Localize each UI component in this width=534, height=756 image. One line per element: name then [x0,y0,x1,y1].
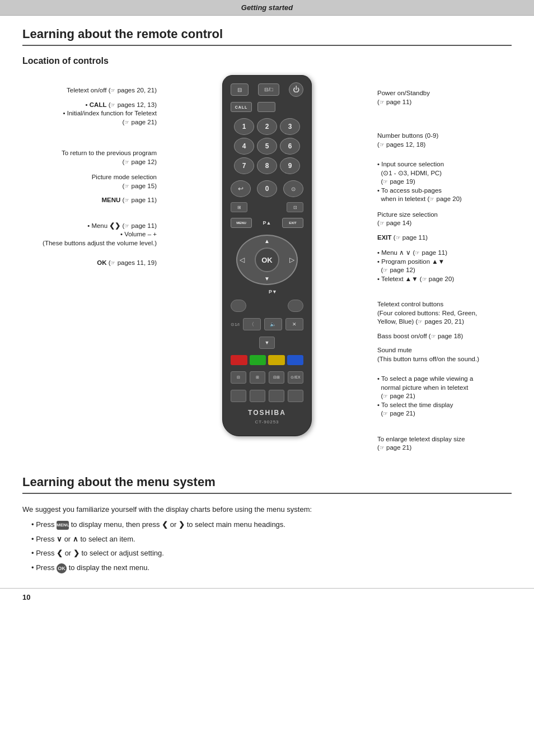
ann-power: Power on/Standby (☞ page 11) [372,89,512,106]
numpad: 1 2 3 4 5 6 7 8 9 [234,118,300,174]
icon-btn2[interactable]: ⊡ [287,202,303,212]
remote-body: ⊟ ⊟/□ ⏻ CALL [222,75,312,436]
call-row: CALL [231,102,303,112]
remote-top-row: ⊟ ⊟/□ ⏻ [231,82,303,97]
menu-bullet2: Press ∨ or ∧ to select an item. [31,534,512,545]
call-btn[interactable]: CALL [231,102,252,112]
ann-call: • CALL (☞ pages 12, 13) • Initial/index … [22,101,162,127]
blank-btn1[interactable] [257,102,275,112]
nav-left-arrow[interactable]: ◁ [240,256,245,264]
menu-bullet1: Press MENU to display menu, then press ❮… [31,519,512,530]
ann-sound-mute: Sound mute (This button turns off/on the… [372,346,512,363]
ann-exit-label: EXIT (☞ page 11) [372,234,512,242]
menu-icon: MENU [57,521,69,530]
model-label: CT-90253 [255,419,279,424]
color-btns-row [231,355,303,365]
nav-pad: ▲ ◁ OK ▷ ▼ [236,235,298,285]
small-btn2[interactable] [288,300,303,312]
diagram-area: Teletext on/off (☞ pages 20, 21) • CALL … [22,75,512,458]
ok-btn[interactable]: OK [255,248,279,272]
func-btn7[interactable] [269,390,284,402]
func-btn2[interactable]: ⊞ [250,371,265,384]
num-1-btn[interactable]: 1 [234,118,254,135]
ok-icon: OK [57,563,67,573]
ann-enlarge: To enlarge teletext display size (☞ page… [372,435,512,452]
remote-illustration: ⊟ ⊟/□ ⏻ CALL [217,75,317,436]
green-btn[interactable] [250,355,266,365]
nav-right-arrow[interactable]: ▷ [289,256,294,264]
left-annotations: Teletext on/off (☞ pages 20, 21) • CALL … [22,75,162,273]
ann-menu: MENU (☞ page 11) [22,196,162,205]
func-btn8[interactable] [288,390,303,402]
ann-input-source: • Input source selection (⊙1 - ⊙3, HDMI,… [372,160,512,204]
header-bar: Getting started [0,0,534,16]
ann-prev-program: To return to the previous program (☞ pag… [22,149,162,166]
small-btns-row [231,300,303,312]
special-row: ↩ 0 ⊙ [231,180,303,197]
menu-bullet3: Press ❮ or ❯ to select or adjust setting… [31,548,512,559]
num-3-btn[interactable]: 3 [280,118,300,135]
num-6-btn[interactable]: 6 [280,138,300,155]
nav-down-arrow[interactable]: ▼ [264,276,270,282]
ann-menu-ud-ctrl: • Menu ∧ ∨ (☞ page 11) • Program positio… [372,249,512,283]
section1-title: Learning about the remote control [22,27,512,46]
teletext-btn[interactable]: ⊟ [231,83,249,96]
source-btn[interactable]: ⊙ [283,180,303,197]
ann-teletext-ctrl: Teletext control buttons (Four colored b… [372,300,512,326]
right-annotations: Power on/Standby (☞ page 11) Number butt… [372,75,512,458]
blue-btn[interactable] [287,355,304,365]
func-btns-row: ⊟ ⊞ ⊟⊞ ⊙/EX [231,371,303,384]
menu-btn[interactable]: MENU [231,218,252,228]
icon-btn1[interactable]: ⊞ [231,202,247,212]
func-btn6[interactable] [250,390,265,402]
small-btn1[interactable] [231,300,246,312]
num-9-btn[interactable]: 9 [280,157,300,174]
red-btn[interactable] [231,355,247,365]
nav-outer[interactable]: ▲ ◁ OK ▷ ▼ [236,235,298,285]
audio-icon-label: ⊙1/I [231,322,240,327]
num-8-btn[interactable]: 8 [257,157,277,174]
ann-bass: Bass boost on/off (☞ page 18) [372,332,512,341]
picture-still-btn[interactable]: ▼ [259,337,275,349]
volume-btn[interactable]: 🔈 [264,318,282,330]
num-4-btn[interactable]: 4 [234,138,254,155]
func-btn5[interactable] [231,390,246,402]
header-text: Getting started [241,3,293,12]
num-5-btn[interactable]: 5 [257,138,277,155]
num-0-btn[interactable]: 0 [257,180,277,197]
func-btn3[interactable]: ⊟⊞ [269,371,284,384]
nav-up-arrow[interactable]: ▲ [264,238,270,244]
ann-teletext: Teletext on/off (☞ pages 20, 21) [22,86,162,95]
menu-intro: We suggest you familiarize yourself with… [22,504,512,515]
location-controls-subtitle: Location of controls [22,56,512,66]
ann-numbers: Number buttons (0-9) (☞ pages 12, 18) [372,132,512,149]
standby-btn[interactable]: ⏻ [289,82,303,97]
stereo-btn[interactable]: 〈 [243,318,261,330]
section2-title: Learning about the menu system [22,475,512,494]
menu-row: MENU P▲ EXIT [231,218,303,228]
ann-picture-mode: Picture mode selection (☞ page 15) [22,173,162,190]
p-up-label: P▲ [263,220,271,226]
teletext2-btn[interactable]: ⊟/□ [258,83,279,96]
num-2-btn[interactable]: 2 [257,118,277,135]
func-btns-row2 [231,390,303,402]
picture-row: ▼ [231,337,303,349]
p-down-label: P▼ [269,289,277,295]
func-btn1[interactable]: ⊟ [231,371,246,384]
return-btn[interactable]: ↩ [231,180,251,197]
ann-ok: OK (☞ pages 11, 19) [22,259,162,268]
num-7-btn[interactable]: 7 [234,157,254,174]
audio-row: ⊙1/I 〈 🔈 ✕ [231,318,303,330]
page-number: 10 [22,593,30,601]
mute-btn[interactable]: ✕ [285,318,303,330]
ann-pic-size: Picture size selection (☞ page 14) [372,211,512,228]
page-footer: 10 [0,588,534,606]
menu-system-section: Learning about the menu system We sugges… [22,475,512,573]
menu-bullets: Press MENU to display menu, then press ❮… [22,519,512,573]
brand-logo: TOSHIBA [248,409,286,417]
yellow-btn[interactable] [268,355,285,365]
ann-select-page: • To select a page while viewing a norma… [372,375,512,418]
func-btn4[interactable]: ⊙/EX [288,371,303,384]
exit-btn[interactable]: EXIT [282,218,303,228]
menu-bullet4: Press OK to display the next menu. [31,562,512,573]
